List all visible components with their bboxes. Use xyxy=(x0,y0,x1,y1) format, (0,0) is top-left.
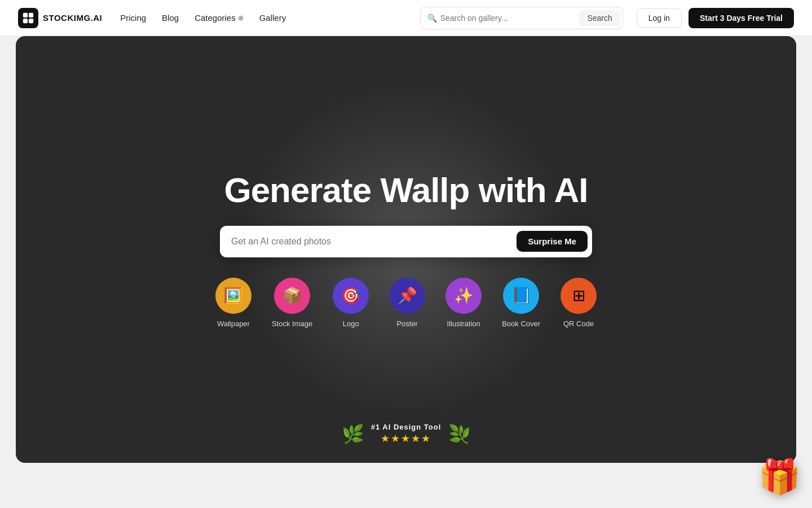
gift-box[interactable]: 🎁 xyxy=(758,457,801,497)
category-poster-label: Poster xyxy=(396,319,418,328)
category-logo[interactable]: 🎯Logo xyxy=(333,278,369,328)
category-illustration-icon: ✨ xyxy=(445,278,482,314)
svg-rect-1 xyxy=(29,12,33,17)
nav-categories[interactable]: Categories ⊕ xyxy=(195,13,244,23)
category-book-cover-icon: 📘 xyxy=(503,278,539,314)
hero-search-box: Surprise Me xyxy=(220,226,592,257)
category-book-cover[interactable]: 📘Book Cover xyxy=(502,278,540,328)
search-icon: 🔍 xyxy=(427,14,437,23)
search-bar: 🔍 Search xyxy=(420,7,623,29)
nav-blog[interactable]: Blog xyxy=(162,13,179,23)
category-illustration-label: Illustration xyxy=(447,319,480,328)
stars-rating: ★★★★★ xyxy=(371,432,442,445)
login-button[interactable]: Log in xyxy=(637,8,682,28)
category-wallpaper-label: Wallpaper xyxy=(217,319,250,328)
award-title: #1 AI Design Tool xyxy=(371,423,442,431)
search-button[interactable]: Search xyxy=(579,10,620,26)
hero-section: Generate Wallp with AI Surprise Me 🖼️Wal… xyxy=(16,36,796,463)
category-stock-image-icon: 📦 xyxy=(274,278,310,314)
svg-rect-2 xyxy=(23,18,28,23)
category-qr-code-label: QR Code xyxy=(563,319,594,328)
nav-gallery[interactable]: Gallery xyxy=(259,13,286,23)
brand-name: STOCKIMG.AI xyxy=(43,13,102,23)
nav-pricing[interactable]: Pricing xyxy=(120,13,146,23)
category-stock-image-label: Stock Image xyxy=(272,319,312,328)
laurel-left-icon: 🌿 xyxy=(342,423,364,445)
nav-links: Pricing Blog Categories ⊕ Gallery xyxy=(120,13,407,23)
hero-title: Generate Wallp with AI xyxy=(224,171,588,209)
categories-chevron-icon: ⊕ xyxy=(238,14,244,22)
category-logo-icon: 🎯 xyxy=(333,278,369,314)
category-logo-label: Logo xyxy=(343,319,359,328)
category-illustration[interactable]: ✨Illustration xyxy=(445,278,482,328)
laurel-right-icon: 🌿 xyxy=(448,423,470,445)
category-icons-row: 🖼️Wallpaper📦Stock Image🎯Logo📌Poster✨Illu… xyxy=(215,278,597,328)
category-wallpaper[interactable]: 🖼️Wallpaper xyxy=(215,278,251,328)
category-stock-image[interactable]: 📦Stock Image xyxy=(272,278,312,328)
award-center: #1 AI Design Tool ★★★★★ xyxy=(371,423,442,445)
logo[interactable]: STOCKIMG.AI xyxy=(18,8,102,28)
search-input[interactable] xyxy=(440,14,580,23)
nav-right: Log in Start 3 Days Free Trial xyxy=(637,8,794,28)
award-area: 🌿 #1 AI Design Tool ★★★★★ 🌿 xyxy=(342,423,471,445)
category-poster[interactable]: 📌Poster xyxy=(389,278,425,328)
surprise-me-button[interactable]: Surprise Me xyxy=(517,231,588,252)
svg-rect-0 xyxy=(23,12,28,17)
category-book-cover-label: Book Cover xyxy=(502,319,540,328)
svg-rect-3 xyxy=(29,18,33,23)
category-qr-code[interactable]: ⊞QR Code xyxy=(561,278,597,328)
award-badge: 🌿 #1 AI Design Tool ★★★★★ 🌿 xyxy=(342,423,471,445)
category-qr-code-icon: ⊞ xyxy=(561,278,597,314)
category-wallpaper-icon: 🖼️ xyxy=(215,278,251,314)
category-poster-icon: 📌 xyxy=(389,278,425,314)
trial-button[interactable]: Start 3 Days Free Trial xyxy=(689,8,794,28)
logo-icon xyxy=(18,8,38,28)
hero-search-input[interactable] xyxy=(231,237,517,247)
navbar: STOCKIMG.AI Pricing Blog Categories ⊕ Ga… xyxy=(0,0,812,36)
hero-content: Generate Wallp with AI Surprise Me 🖼️Wal… xyxy=(215,171,597,327)
